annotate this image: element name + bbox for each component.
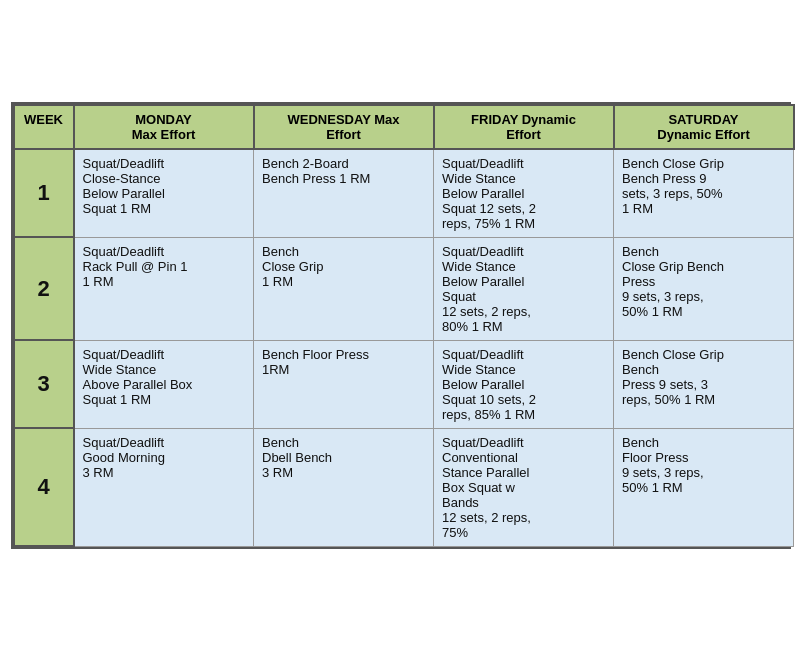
week-number: 1 xyxy=(14,149,74,238)
monday-cell: Squat/Deadlift Rack Pull @ Pin 1 1 RM xyxy=(74,237,254,340)
friday-header: FRIDAY Dynamic Effort xyxy=(434,105,614,149)
saturday-cell: Bench Floor Press 9 sets, 3 reps, 50% 1 … xyxy=(614,428,794,546)
wednesday-cell: Bench Dbell Bench 3 RM xyxy=(254,428,434,546)
friday-cell: Squat/Deadlift Wide Stance Below Paralle… xyxy=(434,237,614,340)
wednesday-cell: Bench 2-Board Bench Press 1 RM xyxy=(254,149,434,238)
table-row: 1Squat/Deadlift Close-Stance Below Paral… xyxy=(14,149,794,238)
week-number: 3 xyxy=(14,340,74,428)
monday-header: MONDAY Max Effort xyxy=(74,105,254,149)
table-row: 3Squat/Deadlift Wide Stance Above Parall… xyxy=(14,340,794,428)
schedule-table-wrapper: WEEK MONDAY Max Effort WEDNESDAY Max Eff… xyxy=(11,102,791,550)
week-number: 2 xyxy=(14,237,74,340)
week-header: WEEK xyxy=(14,105,74,149)
saturday-cell: Bench Close Grip Bench Press 9 sets, 3 r… xyxy=(614,149,794,238)
saturday-cell: Bench Close Grip Bench Press 9 sets, 3 r… xyxy=(614,340,794,428)
saturday-cell: Bench Close Grip Bench Press 9 sets, 3 r… xyxy=(614,237,794,340)
monday-cell: Squat/Deadlift Good Morning 3 RM xyxy=(74,428,254,546)
friday-cell: Squat/Deadlift Conventional Stance Paral… xyxy=(434,428,614,546)
monday-cell: Squat/Deadlift Wide Stance Above Paralle… xyxy=(74,340,254,428)
table-row: 2Squat/Deadlift Rack Pull @ Pin 1 1 RMBe… xyxy=(14,237,794,340)
friday-cell: Squat/Deadlift Wide Stance Below Paralle… xyxy=(434,340,614,428)
wednesday-cell: Bench Floor Press 1RM xyxy=(254,340,434,428)
wednesday-header: WEDNESDAY Max Effort xyxy=(254,105,434,149)
monday-cell: Squat/Deadlift Close-Stance Below Parall… xyxy=(74,149,254,238)
table-row: 4Squat/Deadlift Good Morning 3 RMBench D… xyxy=(14,428,794,546)
saturday-header: SATURDAY Dynamic Effort xyxy=(614,105,794,149)
week-number: 4 xyxy=(14,428,74,546)
wednesday-cell: Bench Close Grip 1 RM xyxy=(254,237,434,340)
workout-schedule-table: WEEK MONDAY Max Effort WEDNESDAY Max Eff… xyxy=(13,104,795,548)
friday-cell: Squat/Deadlift Wide Stance Below Paralle… xyxy=(434,149,614,238)
